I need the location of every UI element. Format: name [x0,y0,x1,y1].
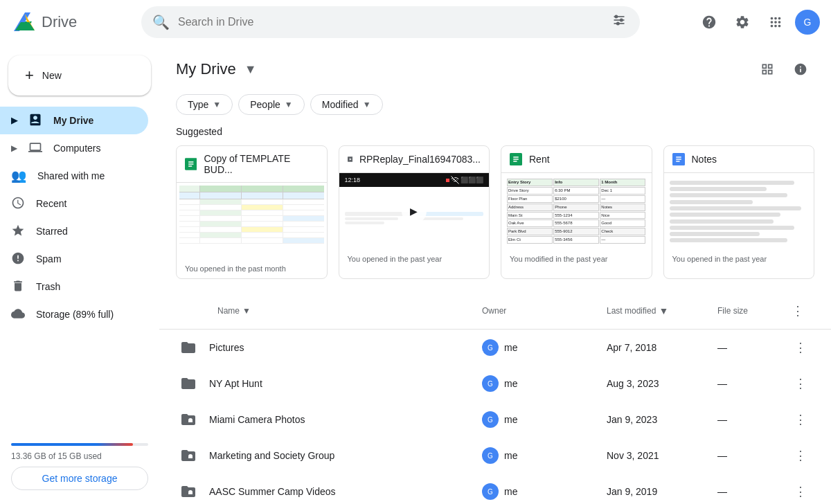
drive-logo-icon [11,8,39,36]
file-options-button[interactable]: ⋮ [789,480,812,503]
suggested-cards: Copy of TEMPLATE BUD... [159,145,831,293]
new-button-label: New [42,70,62,81]
spam-icon [11,251,25,267]
card-4-preview [664,173,814,249]
sidebar-item-label: Computers [53,143,100,154]
sidebar-item-storage[interactable]: Storage (89% full) [0,300,148,328]
sheets-icon [185,158,197,170]
title-dropdown-button[interactable]: ▼ [242,60,260,80]
trash-icon [11,279,25,295]
info-button[interactable] [787,55,814,83]
video-icon [348,153,352,165]
suggested-card-1[interactable]: Copy of TEMPLATE BUD... [176,145,328,279]
table-row[interactable]: NY Apt Hunt G me Aug 3, 2023 — ⋮ [159,366,831,402]
storage-bar-background [11,443,148,446]
sidebar-item-label: Starred [36,226,68,237]
search-icon: 🔍 [152,14,170,30]
filter-bar: Type ▼ People ▼ Modified ▼ [159,89,831,123]
card-4-header: Notes [664,146,814,173]
get-more-storage-button[interactable]: Get more storage [11,467,148,490]
modified-column-label: Last modified [607,306,656,316]
apps-button[interactable] [762,8,789,36]
card-2-preview: 12:18 ⬛⬛⬛ [339,173,490,249]
file-name: Miami Camera Photos [209,414,482,425]
column-owner: Owner [482,306,607,316]
file-modified: Apr 7, 2018 [607,342,717,353]
file-size: — [717,486,787,497]
my-drive-icon [28,113,42,129]
header-spacer [176,298,209,323]
modified-filter-chevron: ▼ [363,100,371,109]
sidebar-item-label: Spam [36,253,62,264]
new-button[interactable]: + New [8,55,151,96]
sidebar-item-shared[interactable]: 👥 Shared with me [0,162,148,190]
table-row[interactable]: Miami Camera Photos G me Jan 9, 2023 — ⋮ [159,402,831,438]
sidebar-item-spam[interactable]: Spam [0,245,148,273]
logo-area: Drive [11,8,136,36]
storage-section: 13.36 GB of 15 GB used Get more storage [0,432,159,498]
card-4-footer: You opened in the past year [664,249,814,269]
sidebar-item-recent[interactable]: Recent [0,190,148,217]
topbar: Drive 🔍 G [0,0,831,44]
owner-avatar: G [482,375,499,392]
file-more: ⋮ [787,372,814,395]
user-avatar[interactable]: G [795,10,820,35]
column-name[interactable]: Name ▼ [217,306,482,316]
search-input[interactable] [178,16,601,28]
file-name: Marketing and Society Group [209,450,482,461]
card-3-preview: Entry Story Info 1 Month Drive Story 6:3… [501,173,652,249]
owner-avatar: G [482,411,499,428]
clock-icon [11,196,25,212]
card-1-preview [177,183,327,259]
topbar-actions: G [695,8,820,36]
file-options-button[interactable]: ⋮ [789,336,812,359]
file-options-button[interactable]: ⋮ [789,408,812,431]
grid-view-button[interactable] [753,55,781,83]
sidebar-item-computers[interactable]: ▶ Computers [0,134,148,162]
sidebar-item-trash[interactable]: Trash [0,273,148,300]
owner-avatar: G [482,483,499,500]
sidebar-item-label: Shared with me [37,170,105,181]
settings-button[interactable] [729,8,756,36]
sidebar: + New ▶ My Drive ▶ Computers 👥 Shared wi… [0,44,159,504]
type-filter-label: Type [188,99,208,110]
people-filter-button[interactable]: People ▼ [238,94,304,115]
svg-point-15 [615,15,617,17]
help-button[interactable] [695,8,723,36]
owner-avatar: G [482,447,499,464]
file-owner: G me [482,339,607,356]
sidebar-item-starred[interactable]: Starred [0,217,148,245]
plus-icon: + [25,66,34,84]
app-name: Drive [42,13,77,31]
sidebar-item-my-drive[interactable]: ▶ My Drive [0,107,148,134]
file-owner: G me [482,375,607,392]
file-options-button[interactable]: ⋮ [789,444,812,467]
svg-point-17 [617,22,619,24]
file-owner: G me [482,447,607,464]
shared-folder-icon [176,443,201,468]
suggested-label: Suggested [159,123,831,145]
name-column-label: Name [217,306,240,316]
search-bar[interactable]: 🔍 [141,6,640,38]
list-options-button[interactable]: ⋮ [787,300,809,322]
sidebar-item-label: Storage (89% full) [36,309,114,320]
table-row[interactable]: Pictures G me Apr 7, 2018 — ⋮ [159,330,831,366]
modified-filter-button[interactable]: Modified ▼ [310,94,383,115]
type-filter-button[interactable]: Type ▼ [176,94,233,115]
docs-icon [672,153,685,165]
suggested-card-3[interactable]: Rent Entry Story Info 1 Month Drive Stor… [501,145,652,279]
owner-avatar: G [482,339,499,356]
column-more: ⋮ [787,300,814,322]
file-more: ⋮ [787,336,814,359]
folder-icon [176,371,201,396]
suggested-card-4[interactable]: Notes You ope [663,145,815,279]
table-row[interactable]: Marketing and Society Group G me Nov 3, … [159,438,831,474]
search-options-button[interactable] [609,10,629,33]
file-options-button[interactable]: ⋮ [789,372,812,395]
star-icon [11,224,25,240]
table-row[interactable]: AASC Summer Camp Videos G me Jan 9, 2019… [159,474,831,504]
column-file-size: File size [717,306,787,316]
content-area: My Drive ▼ Type ▼ People ▼ Modi [159,44,831,504]
column-last-modified[interactable]: Last modified ▼ [607,305,717,316]
suggested-card-2[interactable]: RPReplay_Final16947083... 12:18 ⬛⬛⬛ [339,145,490,279]
